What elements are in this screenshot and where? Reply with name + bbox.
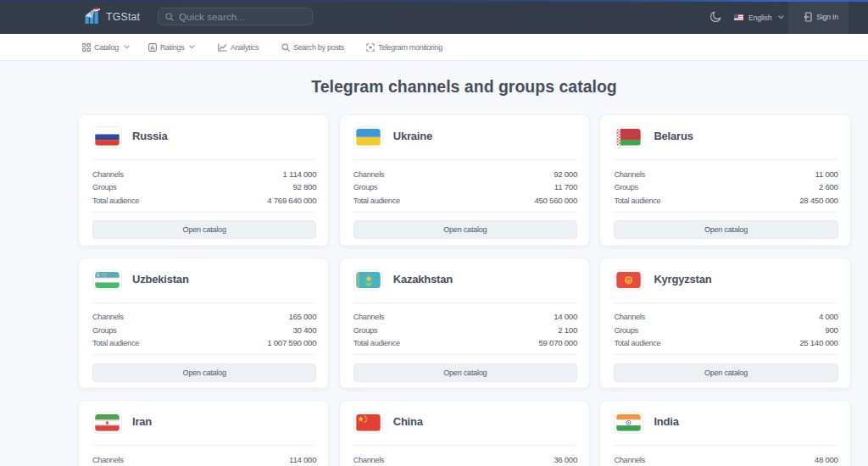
card-header: Uzbekistan [92,258,316,303]
open-catalog-button[interactable]: Open catalog [614,363,837,382]
open-catalog-button[interactable]: Open catalog [614,220,837,239]
card-stats: Channels165 000Groups30 400Total audienc… [92,303,316,356]
stat-value: 2 600 [819,180,838,194]
country-card-china: ChinaChannels36 000Open catalog [340,401,589,466]
menu-item-search-by-posts[interactable]: Search by posts [281,43,344,52]
country-name: Iran [132,415,152,428]
quick-search-box[interactable] [158,8,313,25]
flag-india-icon [614,412,643,434]
page-title: Telegram channels and groups catalog [79,78,849,95]
country-card-russia: RussiaChannels1 114 000Groups92 800Total… [79,115,328,246]
flag-russia-icon [92,126,122,148]
menu-item-label: Catalog [94,43,119,52]
stat-value: 14 000 [554,310,577,324]
card-header: Russia [92,115,316,160]
open-catalog-button[interactable]: Open catalog [353,363,577,382]
card-footer: Open catalog [614,363,837,382]
stat-value: 4 769 640 000 [267,194,316,208]
stat-value: 4 000 [819,310,838,324]
open-catalog-button[interactable]: Open catalog [353,220,577,239]
grid-icon [82,43,91,52]
stat-value: 165 000 [288,310,316,324]
top-navigation-bar: TGStat English [0,0,868,34]
stat-value: 1 007 590 000 [267,336,316,350]
stat-label: Total audience [614,337,660,351]
card-footer: Open catalog [92,220,316,239]
stat-value: 11 000 [815,168,838,181]
country-name: Ukraine [393,130,432,142]
country-name: Belarus [654,130,693,142]
stat-row-total_audience: Total audience1 007 590 000 [92,336,316,350]
flag-iran-icon [92,412,122,434]
monitor-icon [366,43,375,52]
country-name: India [654,415,678,428]
stat-value: 1 114 000 [283,168,317,181]
flag-kazakhstan-icon [353,269,383,291]
stat-label: Total audience [614,195,660,208]
chevron-down-icon [124,45,130,49]
stat-label: Total audience [353,337,400,351]
country-card-kazakhstan: KazakhstanChannels14 000Groups2 100Total… [340,258,589,389]
language-selector[interactable]: English [734,10,784,25]
quick-search-input[interactable] [179,12,304,22]
country-card-iran: IranChannels114 000Open catalog [79,401,328,466]
card-stats: Channels14 000Groups2 100Total audience5… [353,303,577,356]
stat-row-channels: Channels48 000 [614,453,837,466]
card-stats: Channels4 000Groups900Total audience25 1… [614,303,837,356]
ratings-icon [148,43,157,52]
stat-row-groups: Groups11 700 [353,180,577,194]
country-name: Kyrgyzstan [654,273,711,286]
stat-row-channels: Channels36 000 [353,453,577,466]
card-stats: Channels92 000Groups11 700Total audience… [353,160,577,213]
card-header: India [614,401,837,446]
analytics-icon [218,43,227,52]
menu-item-catalog[interactable]: Catalog [82,43,130,52]
stat-label: Groups [92,181,116,195]
dark-mode-toggle[interactable] [709,10,725,25]
stat-label: Groups [353,325,377,338]
card-stats: Channels36 000 [353,446,577,466]
country-card-india: IndiaChannels48 000Open catalog [600,401,849,466]
menu-item-telegram-monitoring[interactable]: Telegram monitoring [366,43,442,52]
country-name: Russia [132,130,167,142]
search-icon [165,13,174,21]
stat-row-groups: Groups900 [614,324,837,337]
card-header: Kyrgyzstan [614,258,837,303]
stat-row-groups: Groups2 100 [353,324,577,337]
stat-row-channels: Channels92 000 [353,168,577,181]
stat-row-channels: Channels165 000 [92,310,316,324]
stat-row-total_audience: Total audience4 769 640 000 [92,194,316,208]
card-header: Kazakhstan [353,258,577,303]
chevron-down-icon [189,45,195,49]
stat-label: Groups [614,325,637,338]
stat-label: Groups [614,181,637,195]
menu-item-label: Ratings [160,43,184,52]
flag-ukraine-icon [353,126,383,148]
stat-value: 30 400 [292,324,316,337]
card-header: Iran [92,401,316,446]
stat-row-total_audience: Total audience450 560 000 [353,194,577,208]
stat-label: Channels [353,311,384,325]
card-footer: Open catalog [614,220,837,239]
menu-item-analytics[interactable]: Analytics [218,43,259,52]
country-card-kyrgyzstan: KyrgyzstanChannels4 000Groups900Total au… [600,258,849,389]
country-name: Uzbekistan [132,273,189,286]
stat-value: 2 100 [558,324,577,337]
country-name: Kazakhstan [393,273,453,286]
country-card-grid: RussiaChannels1 114 000Groups92 800Total… [79,115,849,466]
open-catalog-button[interactable]: Open catalog [92,220,316,239]
menu-item-ratings[interactable]: Ratings [148,43,195,52]
stat-value: 114 000 [289,453,316,466]
sign-in-icon [803,12,812,22]
card-header: China [353,401,577,446]
flag-china-icon [353,412,383,434]
stat-label: Groups [92,325,116,338]
sign-in-button[interactable]: Sign In [788,0,849,34]
tgstat-logo[interactable]: TGStat [85,7,140,27]
menu-item-label: Analytics [231,43,259,52]
card-footer: Open catalog [353,363,577,382]
stat-label: Total audience [353,195,400,208]
stat-label: Channels [614,454,644,466]
country-card-ukraine: UkraineChannels92 000Groups11 700Total a… [340,115,589,246]
open-catalog-button[interactable]: Open catalog [92,363,316,382]
